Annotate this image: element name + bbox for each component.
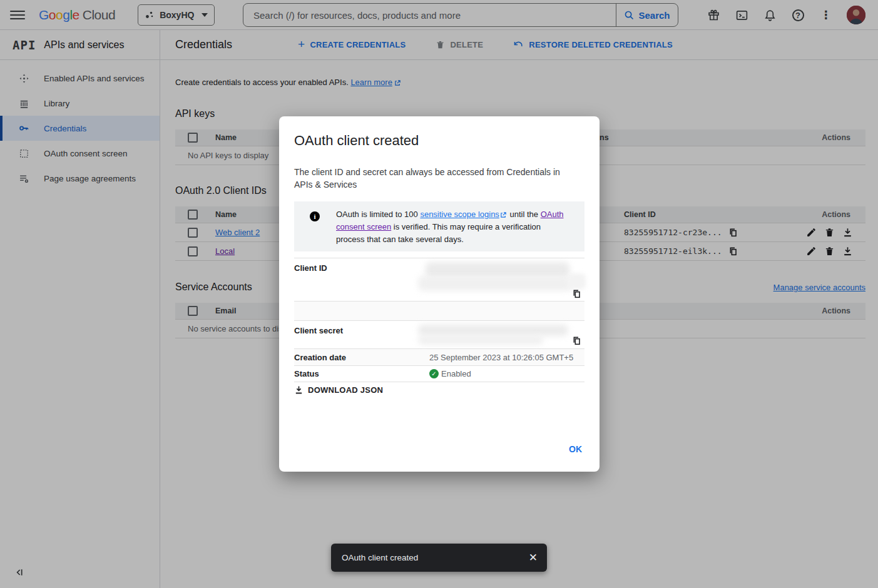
ok-button[interactable]: OK <box>563 439 588 459</box>
info-banner: i OAuth is limited to 100 sensitive scop… <box>294 201 584 251</box>
creation-date-value: 25 September 2023 at 10:26:05 GMT+5 <box>429 353 573 362</box>
sensitive-scope-logins-link[interactable]: sensitive scope logins <box>420 210 499 219</box>
info-icon: i <box>310 211 320 221</box>
snackbar-message: OAuth client created <box>342 553 529 562</box>
dialog-subtitle: The client ID and secret can always be a… <box>294 166 579 191</box>
copy-icon[interactable] <box>572 336 582 346</box>
copy-icon[interactable] <box>572 289 582 299</box>
spacer-row <box>294 302 584 321</box>
oauth-client-created-dialog: OAuth client created The client ID and s… <box>279 116 600 472</box>
redacted-client-secret <box>418 335 543 345</box>
status-row: Status ✓ Enabled <box>294 366 584 382</box>
client-secret-row: Client secret <box>294 321 584 349</box>
redacted-client-id <box>418 276 572 291</box>
client-id-row: Client ID <box>294 258 584 302</box>
download-icon <box>294 385 304 395</box>
creation-date-row: Creation date 25 September 2023 at 10:26… <box>294 349 584 366</box>
check-circle-icon: ✓ <box>429 369 439 378</box>
download-json-button[interactable]: DOWNLOAD JSON <box>294 385 383 395</box>
snackbar: OAuth client created ✕ <box>331 544 547 572</box>
external-link-icon <box>500 211 507 218</box>
status-value: Enabled <box>441 369 471 378</box>
redacted-client-secret <box>418 325 568 336</box>
client-details-table: Client ID Client secret Creation date 25… <box>294 258 584 382</box>
google-cloud-console: Google Cloud BoxyHQ Search <box>0 0 878 588</box>
dialog-title: OAuth client created <box>294 133 419 149</box>
redacted-client-id <box>567 273 586 290</box>
close-icon[interactable]: ✕ <box>529 552 538 563</box>
